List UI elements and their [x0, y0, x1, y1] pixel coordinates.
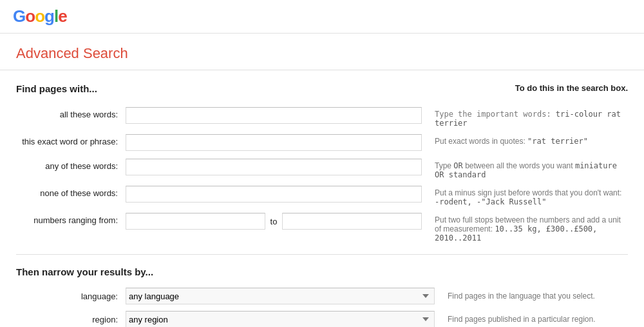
- logo-letter-o2: o: [35, 6, 44, 26]
- any-words-label: any of these words:: [16, 159, 126, 171]
- section-divider: [16, 254, 628, 255]
- none-words-input[interactable]: [126, 186, 422, 203]
- numbers-input-area: to: [126, 213, 422, 230]
- all-words-hint-text: Type the important words: tri-colour rat…: [435, 110, 621, 128]
- language-select[interactable]: any language Arabic Chinese (Simplified)…: [126, 288, 435, 304]
- region-row: region: any region United States United …: [16, 311, 628, 327]
- logo-letter-o1: o: [25, 6, 35, 26]
- find-section-header: Find pages with...: [16, 83, 97, 94]
- logo-letter-g: G: [13, 6, 25, 26]
- numbers-row: numbers ranging from: to Put two full st…: [16, 213, 628, 243]
- numbers-to-input[interactable]: [282, 213, 422, 230]
- any-words-row: any of these words: Type OR between all …: [16, 159, 628, 179]
- section-header: Find pages with... To do this in the sea…: [16, 83, 628, 97]
- header: Google: [0, 0, 644, 34]
- page-title: Advanced Search: [16, 45, 628, 62]
- search-box-header: To do this in the search box.: [515, 83, 628, 94]
- numbers-to-label: to: [265, 217, 283, 226]
- exact-phrase-label: this exact word or phrase:: [16, 134, 126, 146]
- logo-letter-e: e: [58, 6, 66, 26]
- numbers-from-input[interactable]: [126, 213, 265, 230]
- none-words-hint-text: Put a minus sign just before words that …: [435, 188, 621, 206]
- any-words-hint-text: Type OR between all the words you want m…: [435, 161, 617, 179]
- none-words-row: none of these words: Put a minus sign ju…: [16, 186, 628, 206]
- none-words-hint: Put a minus sign just before words that …: [422, 186, 628, 206]
- any-words-input[interactable]: [126, 159, 422, 175]
- region-label: region:: [16, 315, 126, 324]
- exact-phrase-input[interactable]: [126, 134, 422, 151]
- all-words-input-area: [126, 107, 422, 124]
- region-hint: Find pages published in a particular reg…: [435, 315, 628, 324]
- numbers-hint: Put two full stops between the numbers a…: [422, 213, 628, 243]
- exact-phrase-input-area: [126, 134, 422, 151]
- numbers-hint-text: Put two full stops between the numbers a…: [435, 215, 621, 243]
- page-title-area: Advanced Search: [0, 34, 644, 70]
- all-words-row: all these words: Type the important word…: [16, 107, 628, 128]
- all-words-label: all these words:: [16, 107, 126, 119]
- language-hint: Find pages in the language that you sele…: [435, 292, 628, 301]
- language-label: language:: [16, 292, 126, 301]
- all-words-hint: Type the important words: tri-colour rat…: [422, 107, 628, 128]
- region-select[interactable]: any region United States United Kingdom …: [126, 311, 435, 327]
- any-words-hint: Type OR between all the words you want m…: [422, 159, 628, 179]
- logo-letter-g2: g: [44, 6, 54, 26]
- all-words-input[interactable]: [126, 107, 422, 124]
- exact-phrase-hint-text: Put exact words in quotes: "rat terrier": [435, 137, 588, 146]
- none-words-input-area: [126, 186, 422, 203]
- any-words-input-area: [126, 159, 422, 175]
- none-words-label: none of these words:: [16, 186, 126, 198]
- main-content: Find pages with... To do this in the sea…: [0, 70, 644, 327]
- numbers-label: numbers ranging from:: [16, 213, 126, 225]
- exact-phrase-row: this exact word or phrase: Put exact wor…: [16, 134, 628, 152]
- narrow-section-header: Then narrow your results by...: [16, 266, 628, 277]
- language-row: language: any language Arabic Chinese (S…: [16, 288, 628, 304]
- google-logo[interactable]: Google: [13, 6, 67, 26]
- range-row: to: [126, 213, 422, 230]
- exact-phrase-hint: Put exact words in quotes: "rat terrier": [422, 134, 628, 146]
